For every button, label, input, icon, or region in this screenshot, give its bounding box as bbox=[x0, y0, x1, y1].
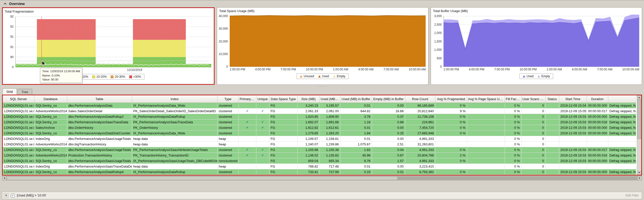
cell-data_space_type[interactable]: FG bbox=[269, 158, 297, 164]
cell-message[interactable]: Defrag skipped, fragmen bbox=[608, 108, 636, 114]
cell-user_scans[interactable]: 0 bbox=[521, 125, 545, 130]
cell-message[interactable]: Defrag skipped, fragmen bbox=[608, 125, 636, 130]
cell-row_count[interactable]: 224,961 bbox=[405, 119, 435, 125]
cell-avg_page[interactable] bbox=[467, 152, 505, 158]
cell-fill_factor[interactable]: 0 % bbox=[505, 164, 521, 169]
cell-unique[interactable] bbox=[256, 169, 269, 175]
cell-avg_frag[interactable]: 2 % bbox=[435, 152, 467, 158]
grid-row[interactable]: LONDONSQL01.se.localAdventureWorks2014Sa… bbox=[3, 108, 636, 114]
scroll-right-button[interactable] bbox=[637, 176, 642, 180]
cell-table[interactable]: dbo.bigTransactionHistory bbox=[67, 141, 132, 147]
cell-fill_factor[interactable]: 0 % bbox=[505, 119, 521, 125]
column-header-primary_key[interactable]: Primary Key bbox=[238, 95, 256, 103]
column-header-used_buffer[interactable]: Used (MB) in Buffer bbox=[340, 95, 372, 103]
buffer-usage-plot[interactable] bbox=[444, 15, 639, 67]
cell-server[interactable]: LONDONSQL01.se.local bbox=[3, 119, 34, 125]
cell-index[interactable]: PK_TransactionHistory_TransactionID bbox=[132, 152, 217, 158]
cell-index[interactable]: PK_OrderHistory bbox=[132, 125, 217, 130]
cell-start_time[interactable]: 2019-12-09 15:03:53 bbox=[559, 114, 587, 119]
grid-row[interactable]: LONDONSQL01.se.localSalesArchivedbo.Orde… bbox=[3, 125, 636, 130]
cell-used_mb[interactable]: 727.99 bbox=[319, 169, 340, 175]
cell-user_scans[interactable]: 0 bbox=[521, 164, 545, 169]
space-usage-plot[interactable] bbox=[230, 15, 426, 67]
cell-type[interactable]: clustered bbox=[217, 147, 238, 152]
cell-message[interactable] bbox=[608, 136, 636, 141]
cell-server[interactable]: LONDONSQL01.se.local bbox=[3, 108, 34, 114]
cell-unique[interactable] bbox=[256, 103, 269, 108]
cell-unique[interactable] bbox=[256, 141, 269, 147]
scroll-left-button[interactable] bbox=[2, 176, 7, 180]
cell-index[interactable]: heap data bbox=[132, 141, 217, 147]
cell-fill_factor[interactable]: 0 % bbox=[505, 114, 521, 119]
cell-primary_key[interactable]: ✓ bbox=[238, 147, 256, 152]
cell-primary_key[interactable] bbox=[238, 103, 256, 108]
edit-filter-button[interactable]: Edit Filter bbox=[625, 194, 640, 197]
cell-server[interactable]: LONDONSQL01.se.local bbox=[3, 130, 34, 136]
cell-used_mb[interactable]: 1,263.20 bbox=[319, 130, 340, 136]
cell-fill_factor[interactable]: 0 % bbox=[505, 152, 521, 158]
cell-duration[interactable]: 00:00:00.000 bbox=[587, 114, 608, 119]
cell-user_scans[interactable]: 0 bbox=[521, 141, 545, 147]
cell-size_mb[interactable]: 2,061.33 bbox=[297, 108, 319, 114]
cell-used_buffer[interactable]: 1,075.67 bbox=[340, 141, 372, 147]
cell-start_time[interactable]: 2019-12-09 15:03:03 bbox=[559, 152, 587, 158]
cell-avg_frag[interactable]: 9 % bbox=[435, 108, 467, 114]
cell-unique[interactable] bbox=[256, 158, 269, 164]
cell-type[interactable]: heap bbox=[217, 136, 238, 141]
cell-empty_buffer[interactable]: 16.66 bbox=[372, 108, 405, 114]
cell-user_scans[interactable]: 0 bbox=[521, 108, 545, 114]
cell-message[interactable]: Defrag skipped, fragmen bbox=[608, 130, 636, 136]
grid-row[interactable]: LONDONSQL01.se.localSQLSentry_codbo.Perf… bbox=[3, 130, 636, 136]
cell-user_scans[interactable]: 0 bbox=[521, 152, 545, 158]
cell-empty_buffer[interactable]: 0.00 bbox=[372, 103, 405, 108]
cell-unique[interactable]: ✓ bbox=[256, 108, 269, 114]
cell-data_space_type[interactable]: FG bbox=[269, 164, 297, 169]
column-header-table[interactable]: Table bbox=[67, 95, 132, 103]
tab-tree[interactable]: Tree bbox=[18, 89, 32, 95]
cell-data_space_type[interactable]: FG bbox=[269, 114, 297, 119]
cell-message[interactable] bbox=[608, 141, 636, 147]
cell-message[interactable]: Defrag skipped, fragmen bbox=[608, 169, 636, 175]
cell-type[interactable]: clustered bbox=[217, 152, 238, 158]
column-header-data_space_type[interactable]: Data Space Type bbox=[269, 95, 297, 103]
cell-avg_page[interactable] bbox=[467, 130, 505, 136]
cell-empty_buffer[interactable]: 0.25 bbox=[372, 130, 405, 136]
column-header-duration[interactable]: Duration bbox=[587, 95, 608, 103]
cell-avg_page[interactable] bbox=[467, 169, 505, 175]
cell-unique[interactable] bbox=[256, 130, 269, 136]
column-header-size_mb[interactable]: Size (MB) bbox=[297, 95, 319, 103]
cell-table[interactable]: dbo.PerformanceAnalysisData bbox=[67, 103, 132, 108]
cell-empty_buffer[interactable]: 2.51 bbox=[372, 141, 405, 147]
cell-primary_key[interactable] bbox=[238, 114, 256, 119]
cell-row_count[interactable]: 4,991,333 bbox=[405, 147, 435, 152]
cell-duration[interactable]: 00:00:00.000 bbox=[587, 169, 608, 175]
cell-type[interactable]: nonclustered bbox=[217, 158, 238, 164]
cell-used_mb[interactable]: 3,195.57 bbox=[319, 103, 340, 108]
cell-database[interactable]: AdventureWorks2014 bbox=[34, 108, 67, 114]
cell-avg_page[interactable] bbox=[467, 141, 505, 147]
cell-database[interactable]: SalesArchive bbox=[34, 125, 67, 130]
cell-primary_key[interactable]: ✓ bbox=[238, 152, 256, 158]
cell-size_mb[interactable]: 1,136.02 bbox=[297, 152, 319, 158]
cell-size_mb[interactable]: 859.04 bbox=[297, 158, 319, 164]
column-header-avg_frag[interactable]: Avg % Fragmented bbox=[435, 95, 467, 103]
cell-status[interactable] bbox=[545, 119, 559, 125]
cell-user_scans[interactable]: 0 bbox=[521, 136, 545, 141]
cell-database[interactable]: SQLSentry_co bbox=[34, 119, 67, 125]
cell-status[interactable] bbox=[545, 103, 559, 108]
cell-used_buffer[interactable]: 0.01 bbox=[340, 103, 372, 108]
cell-type[interactable]: heap bbox=[217, 141, 238, 147]
cell-fill_factor[interactable]: 0 % bbox=[505, 130, 521, 136]
cell-avg_frag[interactable]: 0 % bbox=[435, 169, 467, 175]
cell-type[interactable]: clustered bbox=[217, 108, 238, 114]
cell-used_mb[interactable]: 1,239.86 bbox=[319, 141, 340, 147]
cell-duration[interactable] bbox=[587, 136, 608, 141]
column-header-start_time[interactable]: Start Time bbox=[559, 95, 587, 103]
cell-used_mb[interactable]: 2,061.00 bbox=[319, 108, 340, 114]
cell-avg_page[interactable] bbox=[467, 125, 505, 130]
cell-empty_buffer[interactable]: 0.00 bbox=[372, 136, 405, 141]
cell-status[interactable] bbox=[545, 169, 559, 175]
cell-table[interactable]: dbo.PerformanceAnalysisSaasUsageTotals bbox=[67, 158, 132, 164]
cell-message[interactable]: Defrag skipped, fragmen bbox=[608, 119, 636, 125]
cell-start_time[interactable]: 2019-12-09 15:03:14 bbox=[559, 125, 587, 130]
